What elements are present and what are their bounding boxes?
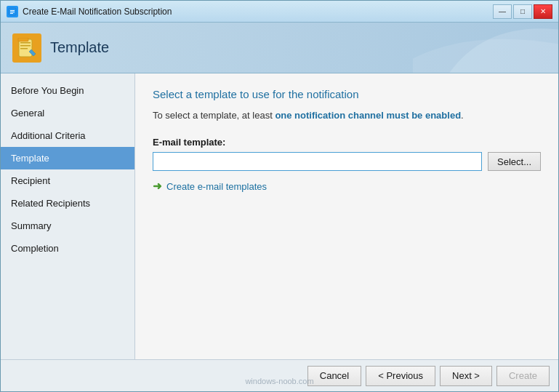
create-email-templates-link[interactable]: ➜ Create e-mail templates: [153, 180, 541, 193]
header-icon: [12, 33, 41, 63]
previous-button[interactable]: < Previous: [366, 366, 435, 386]
svg-rect-8: [18, 38, 28, 41]
next-button[interactable]: Next >: [440, 366, 492, 386]
cancel-button[interactable]: Cancel: [307, 366, 361, 386]
close-button[interactable]: ✕: [534, 4, 552, 19]
svg-rect-1: [10, 10, 15, 11]
sidebar-item-recipient[interactable]: Recipient: [1, 169, 134, 192]
email-template-row: Select...: [153, 152, 541, 171]
svg-rect-7: [20, 48, 28, 49]
create-link-label: Create e-mail templates: [166, 181, 267, 192]
sidebar-item-template[interactable]: Template: [1, 147, 134, 169]
svg-rect-6: [20, 45, 31, 47]
content-panel: Select a template to use for the notific…: [135, 73, 558, 359]
email-template-input[interactable]: [153, 152, 482, 171]
main-content: Before You Begin General Additional Crit…: [1, 73, 558, 359]
content-description: To select a template, at least one notif…: [153, 109, 541, 122]
description-text-after: .: [461, 110, 464, 121]
minimize-button[interactable]: —: [493, 4, 512, 19]
sidebar-item-completion[interactable]: Completion: [1, 237, 134, 260]
sidebar-item-summary[interactable]: Summary: [1, 215, 134, 237]
sidebar-item-general[interactable]: General: [1, 102, 134, 124]
arrow-icon: ➜: [153, 180, 162, 193]
sidebar: Before You Begin General Additional Crit…: [1, 73, 135, 359]
svg-rect-5: [20, 42, 31, 44]
create-button[interactable]: Create: [496, 366, 550, 386]
header-area: Template: [1, 23, 558, 73]
sidebar-item-additional-criteria[interactable]: Additional Criteria: [1, 124, 134, 147]
sidebar-item-related-recipients[interactable]: Related Recipients: [1, 192, 134, 215]
main-window: Create E-Mail Notification Subscription …: [0, 0, 559, 392]
watermark: windows-noob.com: [245, 377, 313, 385]
footer: Cancel < Previous Next > Create windows-…: [1, 359, 558, 391]
description-text-before: To select a template, at least: [153, 110, 275, 121]
window-title: Create E-Mail Notification Subscription: [23, 7, 172, 17]
description-highlight: one notification channel must be enabled: [275, 110, 461, 121]
svg-rect-3: [10, 13, 13, 14]
header-title: Template: [50, 39, 109, 56]
email-template-label: E-mail template:: [153, 137, 541, 148]
window-controls: — □ ✕: [493, 4, 552, 19]
maximize-button[interactable]: □: [513, 4, 532, 19]
content-heading: Select a template to use for the notific…: [153, 88, 541, 100]
sidebar-item-before-you-begin[interactable]: Before You Begin: [1, 79, 134, 102]
app-icon: [7, 6, 18, 17]
svg-rect-2: [10, 12, 15, 12]
title-bar: Create E-Mail Notification Subscription …: [1, 1, 558, 23]
select-button[interactable]: Select...: [488, 152, 541, 171]
title-bar-left: Create E-Mail Notification Subscription: [7, 6, 172, 17]
